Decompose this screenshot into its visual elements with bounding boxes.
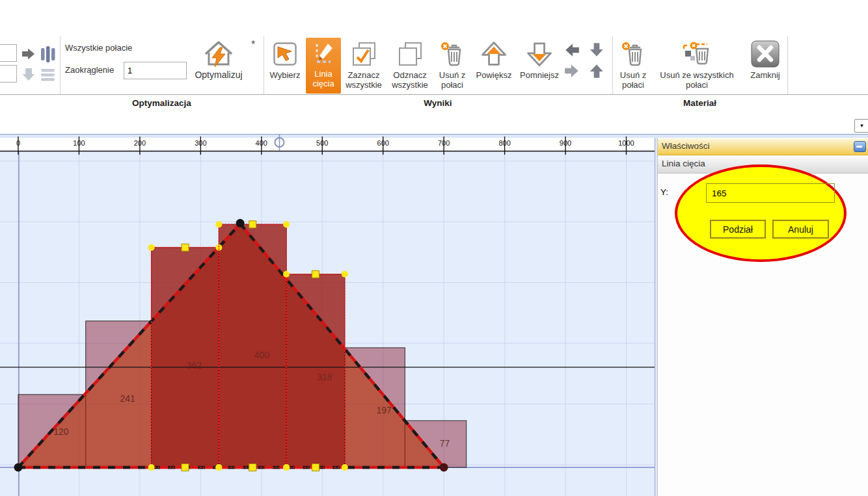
histogram-bar-selected[interactable] — [219, 224, 286, 467]
pan-arrows — [563, 42, 609, 82]
arrow-down-icon — [21, 67, 36, 83]
selection-corner-handle[interactable] — [283, 464, 290, 471]
ruler-tick-label: 600 — [377, 139, 389, 147]
ruler-tick-label: 300 — [195, 139, 206, 147]
check-all-icon — [351, 42, 376, 66]
group-separator — [787, 36, 788, 95]
arrow-right-icon — [563, 62, 580, 79]
ruler-tick-label: 1000 — [618, 139, 634, 147]
trash-all-icon — [683, 42, 711, 66]
selection-mid-handle[interactable] — [312, 464, 319, 471]
ruler-tick-label: 800 — [498, 139, 510, 147]
cut-line-tool-button[interactable]: Linia cięcia — [306, 38, 341, 94]
profile-point-right[interactable] — [440, 463, 448, 472]
profile-point-apex[interactable] — [236, 219, 245, 228]
bar-value-label: 400 — [254, 350, 270, 360]
cancel-button[interactable]: Anuluj — [772, 220, 829, 239]
remove-from-slope-material-button[interactable]: Usuń z połaci — [614, 38, 652, 90]
histogram-bar-selected[interactable] — [286, 274, 345, 467]
ribbon-underline — [0, 94, 868, 95]
cut-line-knife-icon — [312, 42, 334, 66]
profile-point-left[interactable] — [14, 463, 23, 472]
remove-from-slope-button[interactable]: Usuń z połaci — [433, 38, 471, 90]
pan-right-button[interactable] — [563, 62, 582, 81]
selection-mid-handle[interactable] — [182, 464, 189, 471]
deselect-all-button[interactable]: Odznacz wszystkie — [387, 38, 433, 90]
arrow-left-icon — [563, 42, 580, 59]
group-title-optymalizacja: Optymalizacja — [60, 98, 264, 108]
bar-value-label: 197 — [376, 405, 392, 415]
move-down-button[interactable] — [21, 67, 36, 85]
selection-mid-handle[interactable] — [182, 244, 189, 251]
close-button[interactable]: Zamknij — [744, 38, 786, 80]
remove-from-all-slopes-button[interactable]: Usuń ze wszystkich połaci — [653, 38, 740, 90]
arrow-right-icon — [21, 47, 36, 61]
y-coordinate-label: Y: — [660, 187, 668, 197]
group-title-material: Materiał — [612, 98, 787, 108]
y-coordinate-input[interactable] — [706, 183, 835, 203]
ruler-tick-label: 700 — [438, 139, 450, 147]
optimize-house-icon — [204, 38, 234, 70]
pan-down-button[interactable] — [588, 42, 606, 60]
select-all-button[interactable]: Zaznacz wszystkie — [342, 38, 385, 90]
big-arrow-up-icon — [481, 41, 507, 67]
ruler-tick-label: 0 — [16, 139, 20, 147]
close-x-icon — [751, 40, 780, 68]
columns-layout-button[interactable] — [40, 46, 56, 64]
rows-icon — [40, 68, 56, 82]
panel-header: Właściwości — [658, 138, 868, 155]
panel-minimize-button[interactable] — [854, 141, 866, 152]
rows-layout-button[interactable] — [40, 68, 56, 84]
ruler-tick-label: 900 — [560, 139, 571, 147]
ruler-tick-label: 200 — [134, 139, 146, 147]
group-separator — [60, 36, 61, 95]
zoom-in-button[interactable]: Powiększ — [473, 38, 515, 80]
selection-corner-handle[interactable] — [148, 244, 155, 251]
histogram-bar-selected[interactable] — [152, 248, 219, 467]
selection-corner-handle[interactable] — [215, 221, 222, 228]
selection-corner-handle[interactable] — [148, 464, 155, 471]
chevron-down-icon: ▼ — [860, 123, 865, 129]
group-title-wyniki: Wyniki — [264, 98, 612, 108]
selection-mid-handle[interactable] — [249, 221, 256, 228]
selection-corner-handle[interactable] — [215, 464, 222, 471]
trash-x-icon — [441, 42, 464, 66]
group-separator — [612, 36, 613, 95]
ruler-tick-label: 100 — [73, 139, 85, 147]
selection-mid-handle[interactable] — [249, 464, 256, 471]
bar-value-label: 77 — [440, 438, 450, 449]
move-right-button[interactable] — [21, 47, 36, 63]
highlight-ellipse — [675, 164, 847, 262]
optimize-label: Optymalizuj — [187, 70, 250, 80]
selection-mid-handle[interactable] — [312, 270, 319, 278]
all-slopes-label: Wszystkie połacie — [65, 43, 132, 53]
columns-icon — [40, 46, 56, 62]
panel-title: Właściwości — [662, 141, 710, 151]
pan-left-button[interactable] — [563, 42, 582, 60]
arrow-up-icon — [588, 62, 605, 79]
selection-corner-handle[interactable] — [342, 464, 348, 471]
group-separator — [264, 36, 264, 95]
zoom-out-button[interactable]: Pomniejsz — [516, 38, 563, 80]
rounding-label: Zaokrąglenie — [65, 65, 114, 75]
optimize-button[interactable]: Optymalizuj — [187, 38, 250, 80]
bar-value-label: 120 — [53, 426, 69, 437]
selection-corner-handle[interactable] — [283, 221, 290, 228]
toolbar-input-bottom[interactable] — [0, 65, 17, 83]
design-canvas[interactable]: 0100200300400500600700800900100012024136… — [0, 134, 655, 496]
arrow-down-icon — [588, 42, 605, 59]
uncheck-all-icon — [398, 42, 422, 66]
ruler-tick-label: 400 — [256, 139, 267, 147]
dirty-marker: * — [251, 39, 255, 51]
pan-up-button[interactable] — [588, 62, 606, 81]
select-tool-button[interactable]: Wybierz — [265, 38, 305, 80]
bar-value-label: 362 — [187, 360, 202, 371]
rounding-input[interactable] — [124, 62, 187, 79]
panel-section-title: Linia cięcia — [662, 159, 705, 168]
selection-corner-handle[interactable] — [342, 271, 348, 278]
split-button[interactable]: Podział — [710, 220, 766, 239]
panel-dropdown-button[interactable]: ▼ — [854, 119, 868, 133]
toolbar-input-top[interactable] — [0, 44, 17, 62]
selection-corner-handle[interactable] — [283, 271, 290, 278]
trash-x-icon — [621, 42, 645, 66]
